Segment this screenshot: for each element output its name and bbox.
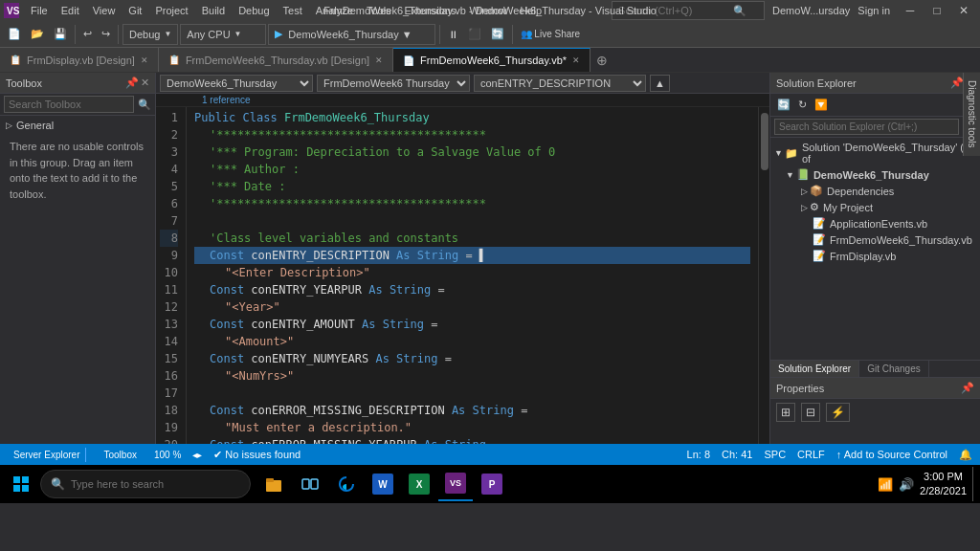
dep-label: Dependencies [827,186,894,197]
tree-frmdemo[interactable]: 📝 FrmDemoWeek6_Thursday.vb [770,231,980,248]
close-tab-frmdemo-code[interactable]: ✕ [572,55,580,65]
toolbox-search-input[interactable] [4,96,134,113]
tab-frmdisplay-design[interactable]: 📋 FrmDisplay.vb [Design] ✕ [0,48,159,73]
minimize-button[interactable]: ─ [898,1,923,20]
se-sync-btn[interactable]: 🔄 [774,97,793,113]
tree-dependencies[interactable]: ▷ 📦 Dependencies [770,183,980,199]
tab-icon-frmdemo-design: 📋 [168,55,180,65]
maximize-button[interactable]: □ [924,1,949,20]
scrollbar-thumb[interactable] [761,113,768,170]
show-desktop-btn[interactable] [972,467,976,501]
spc-label: SPC [764,449,786,460]
svg-rect-7 [266,478,274,482]
line-num-20: 20 [160,436,178,444]
se-title: Solution Explorer [776,77,857,89]
dep-icon: 📦 [810,185,823,197]
menu-test[interactable]: Test [278,3,308,18]
undo-btn[interactable]: ↩ [79,26,96,42]
play-icon: ▶ [275,28,282,40]
task-icon-word[interactable]: W [366,467,400,501]
mp-expand-icon: ▷ [801,203,808,212]
menu-project[interactable]: Project [149,3,193,18]
se-pin[interactable]: 📌 [950,77,964,89]
project-label: DemoWeek6_Thursday [813,169,929,181]
toolbox-tab[interactable]: Toolbox [98,448,142,462]
tab-frmdemo-code[interactable]: 📄 FrmDemoWeek6_Thursday.vb* ✕ [393,48,590,73]
diagnostic-tab[interactable]: Diagnostic tools [963,73,980,156]
platform-dropdown[interactable]: Any CPU ▼ [180,24,266,45]
task-icon-edge[interactable] [329,467,364,501]
debug-dropdown[interactable]: Debug ▼ [122,24,178,45]
tab-icon-frmdemo-code: 📄 [403,55,414,66]
close-button[interactable]: ✕ [951,1,976,20]
new-project-btn[interactable]: 📄 [4,26,25,42]
editor-vertical-scrollbar[interactable] [758,107,769,444]
tb-btn1[interactable]: ⏸ [444,27,462,42]
class-dropdown[interactable]: DemoWeek6_Thursday [160,75,313,92]
menu-debug[interactable]: Debug [233,3,275,18]
prop-sort-cat-btn[interactable]: ⊞ [776,403,795,422]
project-dropdown[interactable]: ▶ DemoWeek6_Thursday ▼ [268,24,435,45]
menu-build[interactable]: Build [196,3,231,18]
server-explorer-tab[interactable]: Server Explorer [8,448,86,462]
tab-label-frmdemo-code: FrmDemoWeek6_Thursday.vb* [420,55,567,66]
solution-expand-icon: ▼ [774,148,783,158]
code-line-12: "<Year>" [194,298,750,316]
sign-in-button[interactable]: Sign in [858,5,890,16]
menu-view[interactable]: View [87,3,122,18]
code-line-19: "Must enter a description." [194,419,750,436]
se-filter-btn[interactable]: 🔽 [812,97,831,113]
prop-sort-alpha-btn[interactable]: ⊟ [801,403,820,422]
task-icon-purple[interactable]: P [475,467,509,501]
fd-icon: 📝 [813,233,826,246]
menu-file[interactable]: File [25,3,54,18]
nav-up-btn[interactable]: ▲ [650,75,670,92]
menu-edit[interactable]: Edit [56,3,85,18]
code-content[interactable]: Public Class FrmDemoWeek6_Thursday '****… [187,107,758,444]
open-btn[interactable]: 📂 [27,26,48,42]
taskbar-search-input[interactable] [71,478,240,490]
notification-icon[interactable]: 🔔 [959,449,972,461]
live-share-btn[interactable]: 👥 Live Share [517,27,584,41]
tb-btn2[interactable]: ⬛ [464,26,485,42]
new-tab-button[interactable]: ⊕ [590,53,613,68]
fd-label: FrmDemoWeek6_Thursday.vb [830,234,972,246]
member-dropdown[interactable]: conENTRY_DESCRIPTION [474,75,646,92]
toolbox-search-icon: 🔍 [138,99,151,111]
code-line-6: '*************************************** [194,195,750,212]
prop-title: Properties [776,383,824,394]
add-to-source-control[interactable]: ↑ Add to Source Control [836,449,947,460]
tb-btn3[interactable]: 🔄 [487,26,508,42]
code-body[interactable]: 1 2 3 4 5 6 7 8 9 10 11 12 13 14 15 16 1… [156,107,769,444]
toolbox-close[interactable]: ✕ [141,77,149,89]
tree-frmdisplay[interactable]: 📝 FrmDisplay.vb [770,248,980,264]
tree-solution[interactable]: ▼ 📁 Solution 'DemoWeek6_Thursday' (1 of [770,140,980,166]
se-search-input[interactable] [774,119,959,135]
menu-git[interactable]: Git [122,3,147,18]
se-refresh-btn[interactable]: ↻ [795,97,810,113]
task-icon-excel[interactable]: X [402,467,436,501]
se-tab-solution[interactable]: Solution Explorer [770,361,859,377]
task-icon-taskview[interactable] [293,467,327,501]
tree-project[interactable]: ▼ 📗 DemoWeek6_Thursday [770,166,980,183]
close-tab-frmdisplay[interactable]: ✕ [141,55,148,65]
se-tab-git[interactable]: Git Changes [859,361,929,377]
tab-frmdemo-design[interactable]: 📋 FrmDemoWeek6_Thursday.vb [Design] ✕ [159,48,393,73]
start-button[interactable] [4,467,38,501]
line-num-11: 11 [160,281,178,298]
prop-events-btn[interactable]: ⚡ [826,403,850,422]
tree-myproject[interactable]: ▷ ⚙ My Project [770,199,980,215]
redo-btn[interactable]: ↪ [98,26,114,42]
task-icon-explorer[interactable] [256,467,291,501]
close-tab-frmdemo-design[interactable]: ✕ [375,55,383,65]
method-dropdown[interactable]: FrmDemoWeek6 Thursday [317,75,470,92]
taskbar-search[interactable]: 🔍 [40,470,251,498]
toolbox-pin[interactable]: 📌 [125,77,139,89]
tree-appevents[interactable]: 📝 ApplicationEvents.vb [770,215,980,231]
prop-pin[interactable]: 📌 [961,382,974,394]
save-btn[interactable]: 💾 [50,26,71,42]
line-num-6: 6 [160,195,178,212]
windows-logo-icon [13,476,29,492]
code-line-18: Const conERROR_MISSING_DESCRIPTION As St… [194,402,750,419]
task-icon-vs-code[interactable]: VS [438,467,473,501]
